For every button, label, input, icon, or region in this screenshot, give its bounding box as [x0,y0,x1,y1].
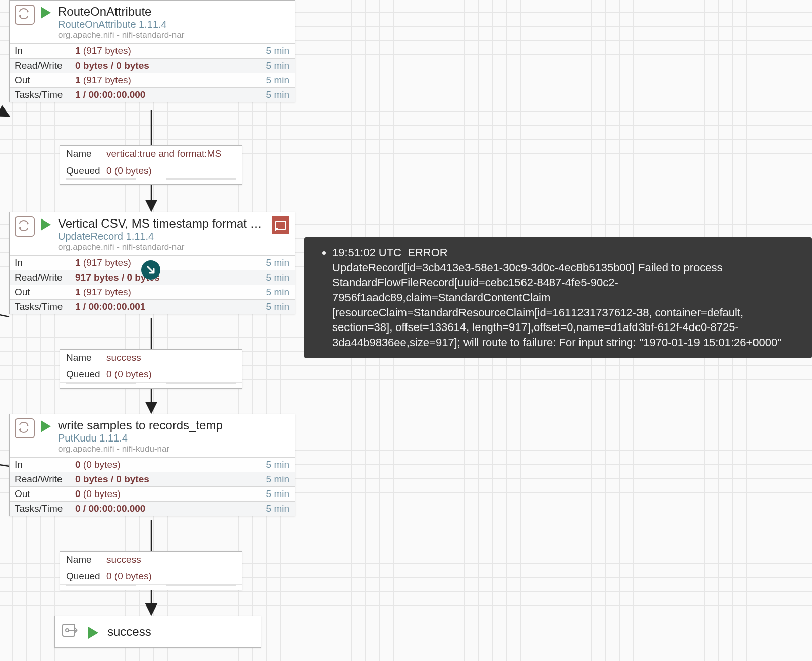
output-port-icon [62,622,81,641]
processor-type-icon [15,5,35,25]
stat-window: 5 min [266,45,289,57]
processor-type: PutKudu 1.11.4 [58,432,289,444]
play-icon [41,420,51,432]
output-port-name: success [107,625,151,639]
conn-name: success [106,352,141,363]
stat-in: 1 (917 bytes) [75,257,266,268]
processor-type-icon [15,418,35,438]
stat-out: 1 (917 bytes) [75,75,266,86]
stat-in: 0 (0 bytes) [75,459,266,470]
play-icon [41,7,51,19]
conn-name: success [106,554,141,565]
stat-label-in: In [15,45,75,57]
bulletin-level: ERROR [408,246,447,259]
conn-label-name: Name [66,148,106,159]
conn-backpressure-bars [60,178,242,180]
processor-type: RouteOnAttribute 1.11.4 [58,19,289,30]
stat-in: 1 (917 bytes) [75,45,266,57]
bulletin-timestamp: 19:51:02 UTC [332,246,401,259]
stat-out: 0 (0 bytes) [75,488,266,500]
processor-name: Vertical CSV, MS timestamp format p… [58,216,268,231]
conn-queued: 0 (0 bytes) [106,165,152,176]
stat-rw: 917 bytes / 0 bytes [75,272,266,283]
conn-name: vertical:true and format:MS [106,148,221,159]
connection-c2[interactable]: Name success Queued 0 (0 bytes) [60,349,242,389]
conn-backpressure-bars [60,382,242,384]
play-icon [41,218,51,231]
bulletin-icon[interactable] [272,216,289,234]
bulletin-tooltip: 19:51:02 UTC ERROR UpdateRecord[id=3cb41… [304,237,812,358]
svg-line-8 [0,463,9,466]
stat-label-out: Out [15,75,75,86]
conn-queued: 0 (0 bytes) [106,571,152,582]
svg-line-7 [0,313,9,317]
svg-line-6 [0,106,9,116]
stat-label-rw: Read/Write [15,60,75,71]
stat-tt: 0 / 00:00:00.000 [75,503,266,514]
processor-type: UpdateRecord 1.11.4 [58,231,268,242]
processor-put-kudu[interactable]: write samples to records_temp PutKudu 1.… [9,414,295,516]
connection-handle-icon[interactable] [141,260,160,280]
play-icon [88,627,98,639]
stat-tt: 1 / 00:00:00.001 [75,301,266,312]
bulletin-message: UpdateRecord[id=3cb413e3-58e1-30c9-3d0c-… [332,261,781,349]
processor-nar: org.apache.nifi - nifi-kudu-nar [58,444,289,454]
processor-nar: org.apache.nifi - nifi-standard-nar [58,242,268,252]
output-port-success[interactable]: success [54,616,261,648]
stat-rw: 0 bytes / 0 bytes [75,60,266,71]
stat-label-tt: Tasks/Time [15,89,75,100]
stat-rw: 0 bytes / 0 bytes [75,474,266,485]
processor-name: write samples to records_temp [58,418,289,432]
processor-nar: org.apache.nifi - nifi-standard-nar [58,30,289,40]
stat-tt: 1 / 00:00:00.000 [75,89,266,100]
processor-name: RouteOnAttribute [58,5,289,19]
processor-type-icon [15,216,35,237]
conn-backpressure-bars [60,584,242,586]
connection-c1[interactable]: Name vertical:true and format:MS Queued … [60,145,242,185]
conn-label-queued: Queued [66,165,106,176]
connection-c3[interactable]: Name success Queued 0 (0 bytes) [60,551,242,590]
stat-out: 1 (917 bytes) [75,287,266,298]
svg-point-16 [66,629,69,632]
conn-queued: 0 (0 bytes) [106,369,152,380]
processor-route-on-attribute[interactable]: RouteOnAttribute RouteOnAttribute 1.11.4… [9,0,295,102]
